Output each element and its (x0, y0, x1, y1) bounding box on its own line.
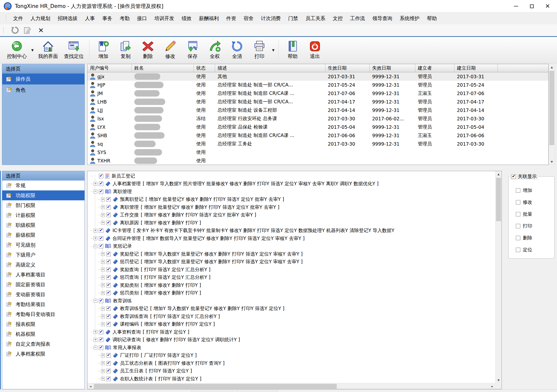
tree-checkbox[interactable]: ✔ (106, 353, 111, 358)
tree-node-离职管理[interactable]: −✔ 离职管理 (88, 188, 495, 196)
tree-checkbox[interactable]: ✔ (106, 377, 111, 381)
dropdown-arrow-icon[interactable]: ▼ (30, 48, 35, 52)
tree-checkbox[interactable]: ✔ (99, 330, 103, 334)
tree-node-人事档案管理[interactable]: +✔ 人事档案管理[ 增加Y 导入数据Y 照片管理Y 批量修改Y 修改Y 删除Y… (88, 180, 495, 188)
scroll-down-arrow[interactable]: ▼ (549, 159, 555, 165)
column-header-生效日期[interactable]: 生效日期 (325, 64, 370, 72)
sidebar-item-操作员[interactable]: 操作员 (2, 74, 84, 84)
tree-node-离职原因[interactable]: +✔ 离职原因[ 增加Y 修改Y 删除Y 打印Y ] (88, 219, 495, 227)
tree-node-员工生日表[interactable]: +✔ 员工生日表[ 打印Y 筛选Y 定位Y ] (88, 367, 495, 375)
tree-checkbox[interactable]: ✔ (106, 205, 111, 209)
tree-node-IC卡管理[interactable]: +✔ IC卡管理[ 发卡Y 补卡Y 有效卡下载至卡钟Y 批量制卡Y 修改Y 删除… (88, 227, 495, 235)
tree-node-在职人数统计表[interactable]: +✔ 在职人数统计表[ 打印Y 筛选Y 定位Y ] (88, 375, 495, 383)
expand-toggle[interactable]: + (94, 182, 97, 186)
expand-toggle[interactable]: + (101, 314, 105, 318)
minimize-button[interactable] (508, 0, 524, 12)
tree-checkbox[interactable]: ✔ (106, 221, 111, 225)
user-row-LYX[interactable]: LYX 使用 总经理室 品保处 检验课 2017-05-04 9999-12-3… (87, 123, 548, 131)
menu-item-薪酬福利[interactable]: 薪酬福利 (195, 12, 223, 24)
link-option-checkbox[interactable] (516, 212, 520, 216)
tree-checkbox[interactable]: ✔ (106, 252, 111, 256)
toolbar-button-print[interactable]: 打印 (248, 39, 271, 61)
sidebar-item-考勤结果项目[interactable]: 考勤结果项目 (2, 299, 84, 309)
tree-checkbox[interactable]: ✔ (106, 306, 111, 311)
scroll-left-arrow[interactable]: ◄ (87, 383, 93, 389)
tree-checkbox[interactable]: ✔ (106, 197, 111, 202)
tree-checkbox[interactable]: ✔ (106, 275, 111, 280)
tree-checkbox[interactable]: ✔ (106, 322, 111, 326)
sidebar-item-固定薪资项目[interactable]: 固定薪资项目 (2, 280, 84, 289)
sidebar-item-职级权限[interactable]: 职级权限 (2, 220, 84, 230)
expand-toggle[interactable]: + (101, 377, 105, 381)
menu-item-宿舍[interactable]: 宿舍 (240, 12, 257, 24)
expand-toggle[interactable]: + (101, 260, 105, 264)
tree-checkbox[interactable]: ✔ (99, 228, 103, 233)
tree-node-惩罚登记[interactable]: +✔ 惩罚登记[ 增加Y 导入数据Y 批量登记Y 修改Y 删除Y 打印Y 筛选Y… (88, 258, 495, 266)
toolbar-button-add[interactable]: 增加 (92, 39, 114, 61)
tree-node-教育训练查询[interactable]: +✔ 教育训练查询[ 打印Y 筛选Y 定位Y 汇总分析Y ] (88, 313, 495, 320)
column-header-失效日期[interactable]: 失效日期 (370, 64, 415, 72)
maximize-button[interactable] (524, 0, 540, 12)
link-option-checkbox[interactable] (516, 200, 520, 205)
toolbar-button-all-rights[interactable]: 全权 (204, 39, 226, 61)
tree-checkbox[interactable]: ✔ (106, 267, 111, 272)
tree-node-教育训练[interactable]: −✔ 教育训练 (88, 297, 495, 305)
expand-toggle[interactable]: + (94, 330, 97, 334)
expand-toggle[interactable]: + (101, 354, 105, 357)
menu-item-招聘选拔[interactable]: 招聘选拔 (54, 12, 81, 24)
expand-toggle[interactable]: + (101, 268, 105, 271)
menu-item-帮助[interactable]: 帮助 (423, 12, 441, 24)
scroll-right-arrow[interactable]: ► (489, 383, 495, 389)
toolbar-button-exit[interactable]: 退出 (304, 39, 326, 61)
expand-toggle[interactable]: − (94, 244, 97, 248)
expand-toggle[interactable]: + (101, 221, 105, 225)
user-row-LHB[interactable]: LHB 使用 总经理室 制造处 制造一部 CR/CA... 2017-04-17… (87, 98, 548, 106)
link-display-legend[interactable]: ✔ 关联显示 (510, 173, 538, 180)
close-view-button[interactable]: ✕ (38, 27, 44, 34)
user-row-TXHR[interactable]: TXHR 使用 (87, 157, 548, 165)
sidebar-item-可见级别[interactable]: 可见级别 (2, 240, 84, 250)
sidebar-item-角色[interactable]: 角色 (2, 84, 84, 95)
expand-toggle[interactable]: − (94, 299, 97, 303)
expand-toggle[interactable]: + (94, 338, 97, 342)
tree-node-课程编码[interactable]: +✔ 课程编码[ 增加Y 修改Y 删除Y 打印Y 定位Y ] (88, 320, 495, 328)
expand-toggle[interactable]: + (101, 198, 105, 201)
toolbar-button-save[interactable]: 保存 (181, 39, 204, 61)
sidebar-item-功能权限[interactable]: 功能权限 (2, 190, 84, 200)
column-header-描述[interactable]: 描述 (215, 64, 325, 72)
sidebar-item-人事档案项目[interactable]: 人事档案项目 (2, 270, 84, 280)
tree-node-教育训练登记[interactable]: +✔ 教育训练登记[ 增加Y 导入数据Y 批量登记Y 修改Y 删除Y 打印Y 筛… (88, 305, 495, 313)
sidebar-item-高级定义[interactable]: 高级定义 (2, 260, 84, 270)
tree-node-奖励查询[interactable]: +✔ 奖励查询[ 打印Y 筛选Y 定位Y 汇总分析Y ] (88, 266, 495, 274)
column-header-状态[interactable]: 状态 (194, 64, 215, 72)
sidebar-item-部门权限[interactable]: 部门权限 (2, 200, 84, 210)
menu-item-文件[interactable]: 文件 (9, 12, 27, 24)
scroll-up-arrow[interactable]: ▲ (549, 64, 555, 70)
toolbar-button-help[interactable]: 帮助 (281, 39, 304, 61)
menu-item-人力规划[interactable]: 人力规划 (27, 12, 54, 24)
tree-node-惩罚查询[interactable]: +✔ 惩罚查询[ 打印Y 筛选Y 定位Y 汇总分析Y ] (88, 274, 495, 282)
scrollbar-thumb[interactable] (549, 71, 554, 145)
sidebar-item-自定义查询报表[interactable]: 自定义查询报表 (2, 339, 84, 349)
expand-toggle[interactable]: − (94, 190, 97, 193)
user-row-SHB[interactable]: SHB 使用 总经理室 制造处 制造部 CR/CA课 ... 2017-06-0… (87, 131, 548, 140)
tree-checkbox[interactable]: ✔ (106, 314, 111, 319)
tree-checkbox[interactable]: ✔ (99, 345, 103, 350)
scroll-down-arrow[interactable]: ▼ (496, 377, 501, 383)
user-row-lsx[interactable]: lsx 冻结 总经理室 行政安环处 总务课 2017-03-30 2017-06… (87, 114, 548, 123)
menu-item-培训开发[interactable]: 培训开发 (151, 12, 178, 24)
menu-item-件资[interactable]: 件资 (223, 12, 240, 24)
tree-node-常用人事报表[interactable]: −✔ 常用人事报表 (88, 344, 495, 352)
tree-checkbox[interactable]: ✔ (99, 244, 103, 248)
tree-checkbox[interactable]: ✔ (99, 189, 103, 194)
expand-toggle[interactable]: + (101, 361, 105, 365)
link-option-增加[interactable]: 增加 (516, 187, 532, 194)
tree-node-合同证件管理[interactable]: +✔ 合同证件管理[ 增加Y 数据导入Y 批量登记Y 修改Y 删除Y 打印Y 筛… (88, 235, 495, 242)
tree-node-奖励登记[interactable]: +✔ 奖励登记[ 增加Y 导入数据Y 批量登记Y 修改Y 删除Y 打印Y 筛选Y… (88, 250, 495, 258)
toolbar-button-modify[interactable]: 修改 (159, 39, 181, 61)
column-header-用户编号[interactable]: 用户编号 (87, 64, 132, 72)
link-option-删除[interactable]: 删除 (516, 235, 532, 241)
toolbar-button-delete[interactable]: 删除 (137, 39, 159, 61)
expand-toggle[interactable]: + (101, 213, 105, 217)
expand-toggle[interactable]: + (94, 229, 97, 233)
